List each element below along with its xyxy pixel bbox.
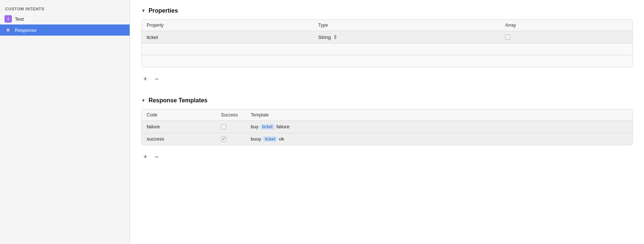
success-cell[interactable] bbox=[216, 121, 245, 133]
type-cell[interactable]: String ⇕ bbox=[313, 31, 500, 43]
code-col-header: Code bbox=[142, 109, 216, 121]
template-cell: buyticketfaliure bbox=[245, 121, 632, 133]
sidebar: CUSTOM INTENTS I Test R Response bbox=[0, 0, 130, 244]
template-tag: ticket bbox=[260, 124, 275, 130]
success-cell[interactable]: ✓ bbox=[216, 133, 245, 145]
property-cell: ticket bbox=[142, 31, 313, 43]
remove-property-button[interactable]: − bbox=[154, 76, 160, 82]
response-templates-actions: + − bbox=[141, 150, 633, 164]
sidebar-item-test[interactable]: I Test bbox=[0, 13, 130, 24]
sidebar-item-label-test: Test bbox=[15, 16, 24, 22]
sidebar-item-response[interactable]: R Response bbox=[0, 24, 130, 36]
response-templates-section: ▼ Response Templates Code Success Templa… bbox=[141, 97, 633, 164]
template-text: buuy bbox=[251, 136, 261, 142]
intent-icon: I bbox=[4, 15, 12, 23]
type-value: String bbox=[318, 34, 331, 40]
add-property-button[interactable]: + bbox=[143, 76, 148, 82]
property-col-header: Property bbox=[142, 20, 313, 31]
empty-row-1 bbox=[142, 43, 632, 55]
properties-table: Property Type Array ticket String ⇕ bbox=[142, 20, 632, 67]
response-icon: R bbox=[4, 26, 12, 34]
properties-actions: + − bbox=[141, 72, 633, 86]
table-row: success✓buuyticketok bbox=[142, 133, 632, 145]
template-text: buy bbox=[251, 124, 258, 129]
properties-section: ▼ Properties Property Type Array ticket bbox=[141, 7, 633, 86]
table-row: ticket String ⇕ bbox=[142, 31, 632, 43]
response-templates-table-container: Code Success Template failurebuyticketfa… bbox=[141, 109, 633, 145]
array-cell[interactable] bbox=[500, 31, 632, 43]
main-content: ▼ Properties Property Type Array ticket bbox=[130, 0, 644, 244]
properties-table-container: Property Type Array ticket String ⇕ bbox=[141, 19, 633, 67]
array-checkbox[interactable] bbox=[505, 34, 510, 40]
response-templates-table: Code Success Template failurebuyticketfa… bbox=[142, 109, 632, 145]
template-text: ok bbox=[279, 136, 284, 142]
add-template-button[interactable]: + bbox=[143, 154, 148, 160]
properties-header-row: Property Type Array bbox=[142, 20, 632, 31]
triangle-icon: ▼ bbox=[141, 8, 146, 13]
remove-template-button[interactable]: − bbox=[154, 154, 160, 160]
code-cell: success bbox=[142, 133, 216, 145]
table-row: failurebuyticketfaliure bbox=[142, 121, 632, 133]
response-templates-header: ▼ Response Templates bbox=[141, 97, 633, 104]
sidebar-item-label-response: Response bbox=[15, 27, 37, 33]
success-checkbox[interactable] bbox=[221, 124, 226, 129]
array-col-header: Array bbox=[500, 20, 632, 31]
success-checkbox[interactable]: ✓ bbox=[221, 136, 226, 142]
empty-row-2 bbox=[142, 55, 632, 67]
template-col-header: Template bbox=[245, 109, 632, 121]
type-col-header: Type bbox=[313, 20, 500, 31]
triangle-icon-2: ▼ bbox=[141, 98, 146, 103]
code-cell: failure bbox=[142, 121, 216, 133]
spinner-icon[interactable]: ⇕ bbox=[333, 34, 338, 40]
sidebar-section-header: CUSTOM INTENTS bbox=[0, 4, 130, 13]
template-text: faliure bbox=[276, 124, 289, 129]
success-col-header: Success bbox=[216, 109, 245, 121]
template-tag: ticket bbox=[263, 136, 277, 142]
template-cell: buuyticketok bbox=[245, 133, 632, 145]
response-templates-header-row: Code Success Template bbox=[142, 109, 632, 121]
properties-title: Properties bbox=[149, 7, 178, 14]
properties-header: ▼ Properties bbox=[141, 7, 633, 14]
response-templates-title: Response Templates bbox=[149, 97, 208, 104]
